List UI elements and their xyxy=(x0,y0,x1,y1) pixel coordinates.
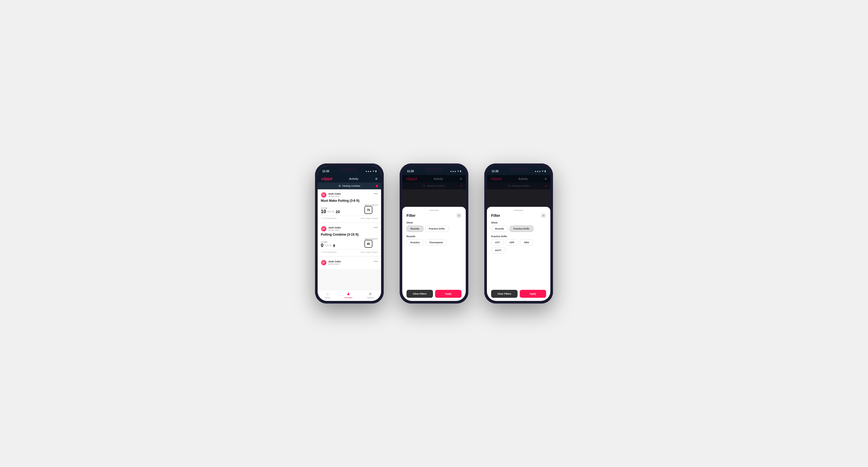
user-info-1: JC Josh Coles 28 Feb 2023 xyxy=(321,192,341,198)
ott-btn-3[interactable]: OTT xyxy=(491,239,504,246)
dynamic-island-3 xyxy=(509,167,528,172)
user-info-2: JC Josh Coles 28 Feb 2023 xyxy=(321,226,341,232)
footer-data-1: Data: Clippd Capture xyxy=(361,217,378,219)
phone-2: 11:33 ▲▲▲ ▼ ▮ clippd Activity ≡ ⚙ Viewin… xyxy=(400,163,468,304)
nav-item-home-1[interactable]: ⌂ Home xyxy=(325,292,330,299)
apply-btn-2[interactable]: Apply xyxy=(435,290,462,298)
status-time-1: 11:33 xyxy=(322,170,329,173)
apply-btn-3[interactable]: Apply xyxy=(520,290,546,298)
card-footer-1: ⓘ Test Information Data: Clippd Capture xyxy=(321,216,378,219)
user-date-3: 28 Feb 2023 xyxy=(328,263,341,265)
menu-icon-1[interactable]: ≡ xyxy=(375,177,377,181)
notification-dot-1 xyxy=(376,185,378,187)
modal-close-2[interactable]: ✕ xyxy=(456,213,462,218)
nav-item-capture-1[interactable]: ⊕ Capture xyxy=(367,292,374,299)
rounds-label-2: Rounds xyxy=(406,235,462,238)
nav-bar-1: clippd Activity ≡ xyxy=(318,175,381,183)
user-date-2: 28 Feb 2023 xyxy=(328,229,341,231)
activity-card-1[interactable]: JC Josh Coles 28 Feb 2023 ••• Must Make … xyxy=(318,189,381,222)
info-icon-1: ⓘ xyxy=(321,217,323,219)
wifi-icon-2: ▼ xyxy=(457,170,459,173)
footer-info-1: ⓘ Test Information xyxy=(321,217,337,219)
viewing-banner-1[interactable]: ⚙ Viewing Activities xyxy=(318,183,381,189)
quality-label-2: Shot Quality xyxy=(365,238,378,240)
phone-1: 11:33 ▲▲▲ ▼ ▮ clippd Activity ≡ ⚙ Viewin… xyxy=(315,163,384,304)
home-icon-1: ⌂ xyxy=(327,292,329,296)
modal-actions-2: Clear Filters Apply xyxy=(406,290,462,298)
tournament-btn-2[interactable]: Tournament xyxy=(425,239,447,246)
status-time-2: 11:33 xyxy=(407,170,414,173)
putt-btn-3[interactable]: PUTT xyxy=(491,247,505,254)
filter-icon-1: ⚙ xyxy=(339,185,341,187)
modal-sheet-2: Filter ✕ Show Rounds Practice Drills Rou… xyxy=(402,207,466,301)
quality-badge-1: 75 xyxy=(365,206,372,214)
signal-icon-3: ▲▲▲ xyxy=(534,170,541,173)
battery-icon-2: ▮ xyxy=(460,170,461,173)
sheet-handle-2 xyxy=(429,210,439,211)
score-value-1: 10 xyxy=(321,209,326,214)
info-icon-2: ⓘ xyxy=(321,251,323,253)
shots-value-2: 9 xyxy=(333,244,335,248)
status-time-3: 11:33 xyxy=(492,170,499,173)
activities-icon-1: ♟ xyxy=(347,292,350,296)
home-label-1: Home xyxy=(325,297,330,299)
card-title-2: Putting Combine (3-15 ft) xyxy=(321,233,378,237)
footer-info-2: ⓘ Test Information xyxy=(321,251,337,253)
activity-card-3[interactable]: JC Josh Coles 28 Feb 2023 ••• xyxy=(318,257,381,269)
modal-backdrop-2[interactable] xyxy=(402,175,466,207)
shots-value-1: 20 xyxy=(336,210,340,214)
app-btn-3[interactable]: APP xyxy=(505,239,518,246)
arg-btn-3[interactable]: ARG xyxy=(520,239,533,246)
card-stats-2: Score 0 OUT OF 9 Shot Quality 45 xyxy=(321,238,378,248)
logo-1: clippd xyxy=(321,177,332,181)
show-label-2: Show xyxy=(406,221,462,224)
show-buttons-3: Rounds Practice Drills xyxy=(491,225,546,232)
wifi-icon: ▼ xyxy=(372,170,374,173)
show-rounds-btn-2[interactable]: Rounds xyxy=(406,225,424,232)
clear-filters-btn-3[interactable]: Clear Filters xyxy=(491,290,518,298)
drills-label-3: Practice Drills xyxy=(491,235,546,238)
nav-title-1: Activity xyxy=(349,177,359,180)
modal-sheet-3: Filter ✕ Show Rounds Practice Drills Pra… xyxy=(487,207,550,301)
modal-close-3[interactable]: ✕ xyxy=(541,213,546,218)
capture-icon-1: ⊕ xyxy=(369,292,372,296)
more-btn-2[interactable]: ••• xyxy=(374,226,378,229)
modal-backdrop-3[interactable] xyxy=(487,175,550,207)
card-title-1: Must Make Putting (3-6 ft) xyxy=(321,199,378,203)
bottom-nav-1: ⌂ Home ♟ Activities ⊕ Capture xyxy=(318,290,381,301)
drills-buttons-3: OTT APP ARG PUTT xyxy=(491,239,546,254)
modal-header-3: Filter ✕ xyxy=(491,213,546,218)
avatar-3: JC xyxy=(321,260,327,266)
footer-data-2: Data: Clippd Capture xyxy=(361,251,378,253)
dynamic-island-2 xyxy=(425,167,443,172)
avatar-2: JC xyxy=(321,226,327,232)
show-buttons-2: Rounds Practice Drills xyxy=(406,225,462,232)
status-icons-1: ▲▲▲ ▼ ▮ xyxy=(365,170,376,173)
show-drills-btn-2[interactable]: Practice Drills xyxy=(425,225,449,232)
show-drills-btn-3[interactable]: Practice Drills xyxy=(509,225,533,232)
user-info-3: JC Josh Coles 28 Feb 2023 xyxy=(321,260,341,266)
viewing-text-1: Viewing Activities xyxy=(342,185,360,187)
activity-card-2[interactable]: JC Josh Coles 28 Feb 2023 ••• Putting Co… xyxy=(318,223,381,256)
practice-btn-2[interactable]: Practice xyxy=(406,239,424,246)
clear-filters-btn-2[interactable]: Clear Filters xyxy=(406,290,433,298)
quality-label-1: Shot Quality xyxy=(365,204,378,206)
activities-label-1: Activities xyxy=(345,297,352,299)
status-icons-2: ▲▲▲ ▼ ▮ xyxy=(450,170,461,173)
avatar-image-1: JC xyxy=(321,192,327,197)
avatar-image-2: JC xyxy=(321,226,327,231)
modal-actions-3: Clear Filters Apply xyxy=(491,290,546,298)
battery-icon: ▮ xyxy=(375,170,376,173)
signal-icon-2: ▲▲▲ xyxy=(450,170,456,173)
modal-header-2: Filter ✕ xyxy=(406,213,462,218)
phone-3: 11:33 ▲▲▲ ▼ ▮ clippd Activity ≡ ⚙ Viewin… xyxy=(484,163,553,304)
more-btn-1[interactable]: ••• xyxy=(374,192,378,196)
wifi-icon-3: ▼ xyxy=(541,170,544,173)
activity-list: JC Josh Coles 28 Feb 2023 ••• Must Make … xyxy=(318,189,381,290)
show-rounds-btn-3[interactable]: Rounds xyxy=(491,225,508,232)
user-name-1: Josh Coles xyxy=(328,192,341,195)
capture-label-1: Capture xyxy=(367,297,374,299)
rounds-buttons-2: Practice Tournament xyxy=(406,239,462,246)
nav-item-activities-1[interactable]: ♟ Activities xyxy=(345,292,352,299)
more-btn-3[interactable]: ••• xyxy=(374,260,378,263)
